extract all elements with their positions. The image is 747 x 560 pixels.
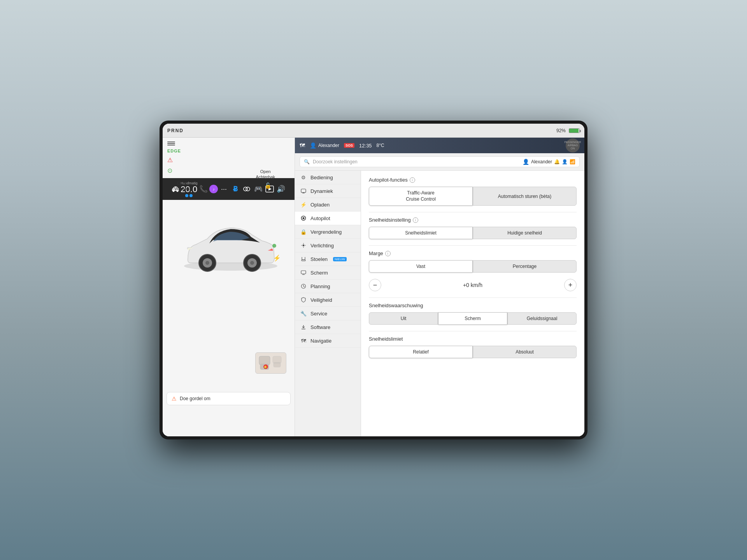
- svg-point-6: [250, 261, 254, 265]
- divider-2: [369, 245, 577, 246]
- menu-item-veiligheid[interactable]: Veiligheid: [295, 293, 361, 307]
- seat-diagram: 🔔: [255, 352, 286, 374]
- lights-icon-row[interactable]: [167, 142, 290, 145]
- snelheidslimiet-buttons: Relatief Absoluut: [369, 346, 577, 358]
- menu-item-opladen[interactable]: ⚡ Opladen: [295, 198, 361, 212]
- menu-item-bediening[interactable]: ⚙ Bediening: [295, 171, 361, 184]
- voorbak-label[interactable]: Open Voorbak: [174, 180, 190, 192]
- scherm-btn[interactable]: Scherm: [438, 312, 507, 325]
- autopilot-info-icon[interactable]: i: [410, 177, 415, 183]
- marge-info-icon[interactable]: i: [385, 251, 391, 256]
- settings-menu: ⚙ Bediening Dynamiek ⚡ Opladen: [295, 171, 361, 436]
- car-image: ⚡: [174, 192, 287, 301]
- menu-item-service[interactable]: 🔧 Service: [295, 307, 361, 320]
- menu-item-stoelen[interactable]: Stoelen NIEUW: [295, 252, 361, 266]
- relatief-btn[interactable]: Relatief: [369, 346, 473, 358]
- seatbelt-alert[interactable]: ⚠ Doe gordel om 🔔: [167, 392, 291, 405]
- menu-item-dynamiek[interactable]: Dynamiek: [295, 184, 361, 198]
- speed-value-display: +0 km/h: [386, 282, 559, 288]
- settings-area: ⚙ Bediening Dynamiek ⚡ Opladen: [295, 171, 584, 436]
- edge-label: EDGE: [167, 149, 181, 153]
- settings-content-area: Autopilot-functies i Traffic-Aware Cruis…: [361, 171, 584, 436]
- svg-text:🔔: 🔔: [264, 365, 267, 369]
- clock-display: 12:35: [359, 143, 372, 149]
- svg-rect-13: [273, 356, 281, 363]
- top-status-bar: PRND 92%: [163, 124, 584, 138]
- traffic-aware-cruise-btn[interactable]: Traffic-Aware Cruise Control: [369, 187, 473, 206]
- snelheidslimiet-title: Snelheidslimiet: [369, 336, 577, 342]
- search-icon: 🔍: [304, 159, 310, 164]
- right-settings-panel: 🗺 👤 Alexander SOS 12:35 8°C PASSENGER AI…: [295, 138, 584, 436]
- svg-point-25: [303, 245, 305, 247]
- snelheidsinstelling-info-icon[interactable]: i: [413, 217, 418, 223]
- temperature-display: 8°C: [377, 143, 384, 148]
- svg-rect-30: [302, 260, 305, 261]
- speed-decrease-btn[interactable]: −: [369, 279, 381, 291]
- vast-btn[interactable]: Vast: [369, 260, 473, 273]
- lock-icon: 🔓: [265, 182, 271, 189]
- speed-adjust-control: − +0 km/h +: [369, 279, 577, 291]
- passenger-airbag-indicator: PASSENGER AIRBAG ON: [566, 138, 580, 152]
- search-input[interactable]: Doorzoek instellingen: [313, 159, 519, 164]
- percentage-btn[interactable]: Percentage: [473, 260, 577, 273]
- menu-item-planning[interactable]: Planning: [295, 280, 361, 293]
- svg-rect-22: [302, 192, 305, 193]
- divider-4: [369, 331, 577, 331]
- veiligheid-icon: [300, 297, 307, 303]
- marge-buttons: Vast Percentage: [369, 260, 577, 273]
- search-bar[interactable]: 🔍 Doorzoek instellingen 👤 Alexander 🔔 👤 …: [300, 156, 580, 167]
- tesla-touchscreen: PRND 92%: [160, 121, 587, 439]
- snelheidsinstelling-title: Snelheidsinstelling i: [369, 217, 577, 223]
- software-icon: [300, 324, 307, 330]
- planning-icon: [300, 283, 307, 289]
- divider-1: [369, 212, 577, 212]
- navigatie-icon: 🗺: [300, 338, 307, 344]
- driver-name-map: 👤 Alexander: [310, 142, 339, 149]
- screen-area: PRND 92%: [163, 124, 584, 436]
- car-diagram-area: Open Voorbak Open Achterbak 🔓: [163, 161, 295, 436]
- map-layers-icon: 🗺: [300, 142, 305, 149]
- snelheidsinstelling-buttons: Snelheidslimiet Huidige snelheid: [369, 227, 577, 239]
- prnd-display: PRND: [167, 128, 184, 133]
- menu-item-navigatie[interactable]: 🗺 Navigatie: [295, 334, 361, 348]
- speed-increase-btn[interactable]: +: [564, 279, 577, 291]
- search-wrapper: 🔍 Doorzoek instellingen 👤 Alexander 🔔 👤 …: [295, 153, 584, 171]
- stoelen-new-badge: NIEUW: [333, 257, 347, 261]
- map-header-bar: 🗺 👤 Alexander SOS 12:35 8°C PASSENGER AI…: [295, 138, 584, 153]
- svg-point-24: [303, 217, 305, 219]
- menu-item-software[interactable]: Software: [295, 320, 361, 334]
- snelheidswaarschuwing-buttons: Uit Scherm Geluidssignaal: [369, 312, 577, 325]
- huidige-snelheid-btn[interactable]: Huidige snelheid: [473, 227, 577, 239]
- menu-item-verlichting[interactable]: Verlichting: [295, 239, 361, 252]
- menu-item-autopilot[interactable]: Autopilot: [295, 212, 361, 225]
- menu-item-scherm[interactable]: Scherm: [295, 266, 361, 280]
- automatisch-sturen-btn[interactable]: Automatisch sturen (bèta): [473, 187, 577, 206]
- vergrendeling-icon: 🔒: [300, 229, 307, 235]
- sos-button[interactable]: SOS: [344, 143, 354, 148]
- alert-text: Doe gordel om: [180, 396, 210, 401]
- headlights-icon: [167, 142, 175, 145]
- service-icon: 🔧: [300, 310, 307, 317]
- charge-icon: ⚡: [273, 254, 281, 262]
- absoluut-btn[interactable]: Absoluut: [473, 346, 577, 358]
- svg-point-8: [272, 244, 276, 248]
- map-right-area: PASSENGER AIRBAG ON: [566, 138, 580, 152]
- battery-percent: 92%: [556, 128, 566, 133]
- uit-btn[interactable]: Uit: [369, 312, 438, 325]
- dynamiek-icon: [300, 188, 307, 194]
- svg-rect-9: [259, 356, 270, 365]
- svg-rect-21: [301, 189, 306, 192]
- user-profile-link[interactable]: 👤 Alexander 🔔 👤 📶: [523, 159, 575, 165]
- geluidssignaal-btn[interactable]: Geluidssignaal: [507, 312, 577, 325]
- svg-point-3: [205, 261, 209, 265]
- divider-3: [369, 298, 577, 298]
- stoelen-icon: [300, 256, 307, 262]
- autopilot-functies-buttons: Traffic-Aware Cruise Control Automatisch…: [369, 187, 577, 206]
- verlichting-icon: [300, 242, 307, 248]
- edge-icon-row[interactable]: EDGE: [167, 149, 290, 153]
- snelheidslimiet-btn[interactable]: Snelheidslimiet: [369, 227, 473, 239]
- menu-item-vergrendeling[interactable]: 🔒 Vergrendeling: [295, 225, 361, 239]
- bediening-icon: ⚙: [300, 174, 307, 180]
- marge-title: Marge i: [369, 250, 577, 256]
- achterbak-label[interactable]: Open Achterbak: [256, 169, 275, 180]
